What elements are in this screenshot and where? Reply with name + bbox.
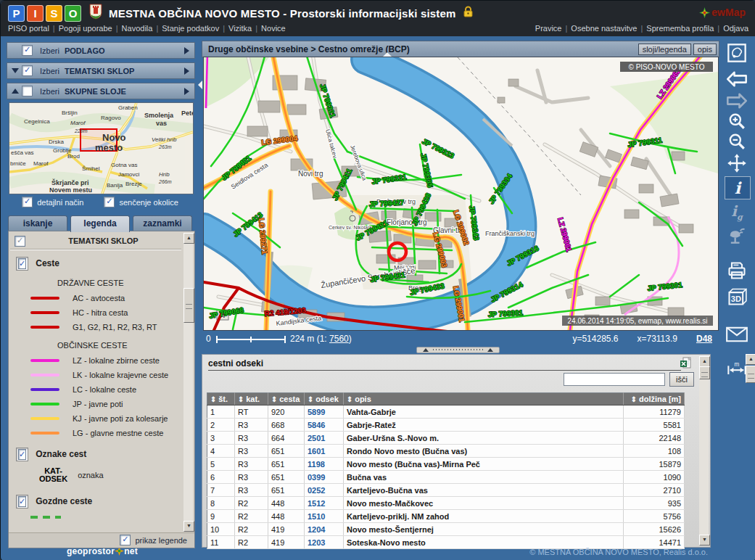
window-scrollbar-thumb[interactable] bbox=[746, 366, 755, 383]
results-scrollbar-thumb[interactable] bbox=[699, 366, 710, 379]
overview-map-button[interactable] bbox=[723, 41, 751, 65]
results-scrollbar[interactable]: ▲ ▼ bbox=[699, 356, 709, 545]
layer-checkbox[interactable]: ✓ bbox=[18, 258, 26, 269]
back-button[interactable] bbox=[723, 67, 751, 91]
odsek-link[interactable]: 1198 bbox=[305, 458, 344, 471]
odsek-link[interactable]: 0399 bbox=[305, 471, 344, 484]
table-row[interactable]: 1RT9205899Vahta-Gabrje11279 bbox=[207, 405, 685, 419]
zoom-out-button[interactable] bbox=[723, 130, 751, 153]
piso-logo[interactable]: P I S O MESTNA OBČINA NOVO MESTO - Prost… bbox=[8, 4, 473, 22]
legend-scrollbar-thumb[interactable] bbox=[183, 288, 194, 323]
legend-layer-ceste[interactable]: ✓Ceste bbox=[10, 255, 181, 272]
skupne-sloje-checkbox[interactable] bbox=[22, 86, 33, 96]
odsek-link[interactable]: 0252 bbox=[305, 484, 344, 497]
shading-checkbox[interactable]: ✓ bbox=[104, 197, 115, 207]
collapse-sidebar-icon[interactable] bbox=[198, 81, 202, 89]
scroll-down-icon[interactable]: ▼ bbox=[699, 535, 710, 545]
accordion-podlago[interactable]: ✓ Izberi PODLAGO bbox=[7, 42, 195, 59]
legend-scrollbar[interactable]: ▲ ▼ bbox=[183, 233, 193, 532]
odsek-link[interactable]: 1203 bbox=[305, 536, 344, 549]
table-row[interactable]: 9R24481510Karteljevo-priklj. NM zahod575… bbox=[207, 510, 685, 523]
horizontal-splitter[interactable] bbox=[416, 347, 500, 353]
tematski-sklop-checkbox[interactable]: ✓ bbox=[22, 65, 33, 76]
scalebar[interactable] bbox=[216, 335, 286, 344]
accordion-skupne-sloje[interactable]: Izberi SKUPNE SLOJE bbox=[7, 83, 195, 99]
odsek-link[interactable]: 2501 bbox=[305, 432, 344, 445]
column-header-t[interactable]: št. bbox=[207, 393, 235, 405]
pan-button[interactable] bbox=[723, 152, 751, 175]
excel-export-icon[interactable] bbox=[680, 357, 691, 371]
menu-item-1[interactable]: PISO portal bbox=[8, 24, 49, 33]
column-header-dolinam[interactable]: dolžina [m] bbox=[624, 393, 685, 405]
odsek-link[interactable]: 5899 bbox=[305, 405, 344, 419]
column-header-cesta[interactable]: cesta bbox=[268, 393, 305, 405]
scroll-up-icon[interactable]: ▲ bbox=[699, 356, 710, 367]
datum-link[interactable]: D48 bbox=[696, 334, 712, 344]
odsek-link[interactable]: 1510 bbox=[305, 510, 344, 523]
detail-mode-checkbox[interactable]: ✓ bbox=[22, 197, 33, 207]
menu-item-4[interactable]: Stanje podatkov bbox=[162, 24, 219, 33]
mail-button[interactable] bbox=[723, 323, 751, 346]
table-row[interactable]: 2R36685846Gabrje-Ratež5581 bbox=[207, 419, 685, 432]
menu-item-3[interactable]: Navodila bbox=[122, 24, 153, 33]
print-button[interactable] bbox=[723, 259, 751, 282]
scroll-up-icon[interactable]: ▲ bbox=[746, 354, 755, 365]
tab-zaznamki[interactable]: zaznamki bbox=[133, 215, 192, 231]
tab-legenda[interactable]: legenda bbox=[70, 215, 130, 232]
description-button[interactable]: opis bbox=[693, 44, 717, 55]
scroll-down-icon[interactable]: ▼ bbox=[183, 521, 194, 532]
column-header-odsek[interactable]: odsek bbox=[305, 393, 344, 405]
menu-item-5[interactable]: Vizitka bbox=[228, 24, 252, 33]
user-menu-item-4[interactable]: Odjava bbox=[723, 24, 748, 33]
show-legend-option[interactable]: ✓ prikaz legende bbox=[120, 535, 187, 545]
table-row[interactable]: 7R36510252Karteljevo-Bučna vas2710 bbox=[207, 484, 685, 497]
table-row[interactable]: 8R24481512Novo mesto-Mačkovec935 bbox=[207, 497, 685, 510]
legend-layer-oznake-cest[interactable]: ✓Oznake cest bbox=[10, 445, 181, 463]
search-button[interactable]: išči bbox=[669, 372, 694, 387]
collapse-up-icon[interactable] bbox=[12, 88, 19, 94]
legend-header: ✓ TEMATSKI SKLOP bbox=[10, 233, 181, 250]
show-legend-checkbox[interactable]: ✓ bbox=[120, 535, 131, 545]
map-viewport[interactable]: H bbox=[203, 57, 719, 331]
odsek-link[interactable]: 1601 bbox=[305, 445, 344, 458]
table-row[interactable]: 5R36511198Novo mesto (Bučna vas)-Mirna P… bbox=[207, 458, 685, 471]
identify-button[interactable]: i bbox=[725, 176, 751, 199]
scale-link[interactable]: 7560 bbox=[329, 334, 349, 344]
map-copyright-watermark: © PISO-NOVO MESTO bbox=[620, 62, 713, 72]
table-row[interactable]: 4R36511601Rondo Novo mesto (Bučna vas)10… bbox=[207, 445, 685, 458]
user-menu-item-1[interactable]: Pravice bbox=[535, 24, 562, 33]
legend-master-checkbox[interactable]: ✓ bbox=[15, 236, 25, 247]
odsek-link[interactable]: 5846 bbox=[305, 419, 344, 432]
column-header-kat[interactable]: kat. bbox=[235, 393, 268, 405]
window-scrollbar[interactable]: ▲ bbox=[746, 354, 755, 382]
table-row[interactable]: 6R36510399Bučna vas1090 bbox=[207, 471, 685, 484]
layers-legend-button[interactable]: sloji/legenda bbox=[638, 44, 691, 55]
table-row[interactable]: 10R24191204Novo mesto-Šentjernej15626 bbox=[207, 523, 685, 536]
scroll-up-icon[interactable]: ▲ bbox=[183, 233, 194, 244]
layer-checkbox[interactable]: ✓ bbox=[18, 449, 26, 460]
3d-view-button[interactable]: 3D bbox=[723, 285, 751, 308]
detail-mode-option[interactable]: ✓detajlni način bbox=[22, 197, 83, 207]
shading-option[interactable]: ✓senčenje okolice bbox=[104, 197, 178, 207]
podlago-checkbox[interactable]: ✓ bbox=[22, 45, 33, 56]
table-row[interactable]: 11R24191203Soteska-Novo mesto14471 bbox=[207, 536, 685, 549]
table-row[interactable]: 3R36642501Gaber-Uršna S.-Novo m.22148 bbox=[207, 432, 685, 445]
column-header-opis[interactable]: opis bbox=[344, 393, 624, 405]
legend-layer-gozdne-ceste[interactable]: ✓Gozdne ceste bbox=[10, 493, 181, 510]
odsek-link[interactable]: 1204 bbox=[305, 523, 344, 536]
menu-item-2[interactable]: Pogoji uporabe bbox=[59, 24, 112, 33]
menu-item-6[interactable]: Novice bbox=[261, 24, 286, 33]
legend-layer-krajevne-va-ke-in-mestne-skupnosti[interactable]: Krajevne vaške in mestne skupnosti bbox=[10, 530, 181, 532]
results-search-input[interactable] bbox=[564, 373, 665, 386]
odsek-link[interactable]: 1512 bbox=[305, 497, 344, 510]
collapse-down-icon[interactable] bbox=[12, 68, 19, 73]
gps-button[interactable] bbox=[723, 223, 751, 246]
layer-checkbox[interactable]: ✓ bbox=[18, 496, 26, 507]
accordion-tematski-sklop[interactable]: ✓ Izberi TEMATSKI SKLOP bbox=[7, 62, 195, 79]
user-menu-item-2[interactable]: Osebne nastavitve bbox=[571, 24, 637, 33]
overview-minimap[interactable]: BršljinGrabenRagovoSmolenjavasCegelnicaM… bbox=[9, 102, 194, 194]
tab-iskanje[interactable]: iskanje bbox=[8, 215, 67, 231]
user-menu-item-3[interactable]: Sprememba profila bbox=[646, 24, 714, 33]
collapse-map-up-icon[interactable] bbox=[383, 52, 392, 57]
app-title: MESTNA OBČINA NOVO MESTO - Prostorski in… bbox=[109, 7, 456, 20]
